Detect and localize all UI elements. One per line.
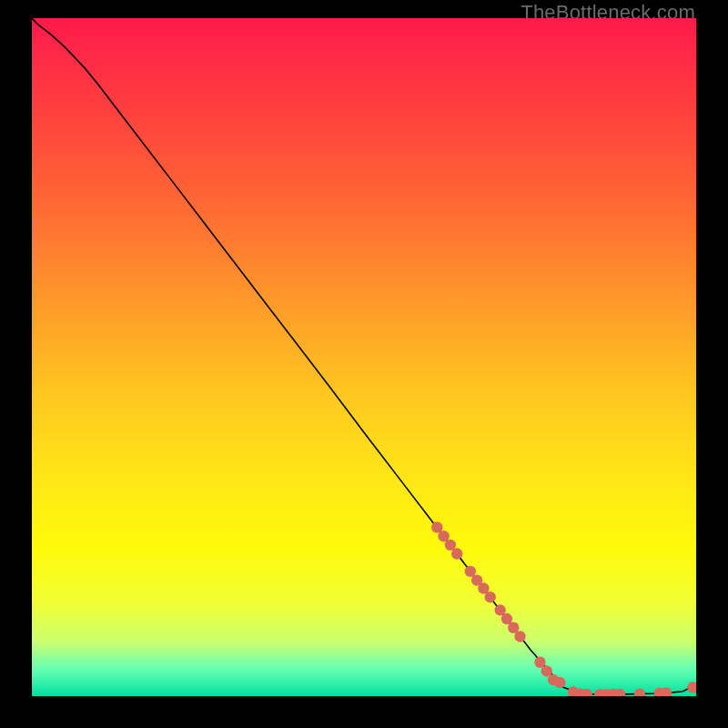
- chart-svg: [32, 18, 696, 696]
- chart-frame: TheBottleneck.com: [0, 0, 728, 728]
- data-point: [634, 688, 645, 696]
- data-point: [514, 631, 525, 642]
- plot-area: [32, 18, 696, 696]
- scatter-points: [431, 521, 696, 696]
- data-point: [485, 592, 496, 602]
- data-point: [687, 682, 696, 693]
- data-point: [451, 548, 462, 559]
- data-point: [554, 677, 565, 688]
- curve-line: [32, 18, 696, 694]
